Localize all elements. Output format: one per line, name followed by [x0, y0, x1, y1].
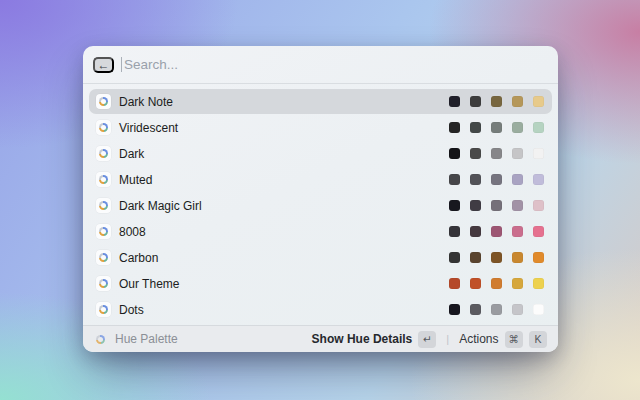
primary-action-label: Show Hue Details — [312, 332, 413, 346]
list-item[interactable]: Dark Note — [89, 89, 552, 114]
palette-ring-icon — [96, 224, 111, 239]
palette-ring-icon — [96, 276, 111, 291]
color-swatches — [449, 252, 544, 263]
color-swatch — [470, 148, 481, 159]
color-swatches — [449, 304, 544, 315]
color-swatch — [491, 200, 502, 211]
theme-name: Dark Magic Girl — [119, 199, 202, 213]
color-swatches — [449, 148, 544, 159]
actions-button[interactable]: Actions ⌘ K — [456, 329, 550, 350]
list-item[interactable]: Our Theme — [89, 271, 552, 296]
extension-name: Hue Palette — [115, 332, 178, 346]
theme-name: Viridescent — [119, 121, 178, 135]
color-swatch — [470, 226, 481, 237]
color-swatch — [491, 122, 502, 133]
list-item[interactable]: Muted — [89, 167, 552, 192]
color-swatch — [512, 226, 523, 237]
search-bar: ← — [83, 46, 558, 84]
color-swatch — [491, 278, 502, 289]
status-bar: Hue Palette Show Hue Details ↵ | Actions… — [83, 325, 558, 352]
list-item[interactable]: Viridescent — [89, 115, 552, 140]
color-swatches — [449, 122, 544, 133]
back-button[interactable]: ← — [93, 57, 114, 73]
color-swatch — [533, 200, 544, 211]
color-swatch — [533, 304, 544, 315]
color-swatch — [491, 96, 502, 107]
color-swatch — [449, 96, 460, 107]
show-hue-details-button[interactable]: Show Hue Details ↵ — [309, 329, 440, 350]
color-swatches — [449, 226, 544, 237]
palette-ring-icon — [96, 250, 111, 265]
command-key-icon: ⌘ — [505, 331, 524, 348]
color-swatch — [449, 148, 460, 159]
color-swatch — [491, 148, 502, 159]
return-key-icon: ↵ — [418, 331, 436, 348]
palette-ring-icon — [96, 146, 111, 161]
list-item[interactable]: Dark Magic Girl — [89, 193, 552, 218]
color-swatch — [533, 122, 544, 133]
color-swatch — [470, 278, 481, 289]
footer-actions: Show Hue Details ↵ | Actions ⌘ K — [309, 329, 550, 350]
theme-name: Our Theme — [119, 277, 179, 291]
color-swatches — [449, 174, 544, 185]
theme-name: Carbon — [119, 251, 158, 265]
theme-list: Dark NoteViridescentDarkMutedDark Magic … — [83, 84, 558, 325]
color-swatch — [512, 148, 523, 159]
footer-divider: | — [446, 333, 449, 345]
color-swatch — [470, 174, 481, 185]
color-swatch — [470, 200, 481, 211]
color-swatches — [449, 278, 544, 289]
color-swatch — [512, 122, 523, 133]
color-swatch — [449, 200, 460, 211]
color-swatch — [533, 252, 544, 263]
color-swatch — [449, 174, 460, 185]
color-swatch — [449, 278, 460, 289]
theme-name: Muted — [119, 173, 152, 187]
color-swatch — [512, 96, 523, 107]
color-swatch — [491, 226, 502, 237]
palette-ring-icon — [96, 302, 111, 317]
color-swatch — [533, 96, 544, 107]
search-input[interactable] — [122, 57, 548, 72]
color-swatch — [512, 304, 523, 315]
command-palette-window: ← Dark NoteViridescentDarkMutedDark Magi… — [83, 46, 558, 352]
palette-ring-icon — [96, 198, 111, 213]
theme-name: Dots — [119, 303, 144, 317]
color-swatch — [512, 200, 523, 211]
list-item[interactable]: Dots — [89, 297, 552, 322]
color-swatch — [512, 252, 523, 263]
back-arrow-icon: ← — [98, 59, 110, 71]
k-key-icon: K — [529, 331, 547, 348]
color-swatch — [533, 226, 544, 237]
color-swatches — [449, 96, 544, 107]
color-swatch — [533, 174, 544, 185]
color-swatch — [470, 96, 481, 107]
list-item[interactable]: Carbon — [89, 245, 552, 270]
list-item[interactable]: Dark — [89, 141, 552, 166]
theme-name: 8008 — [119, 225, 146, 239]
actions-label: Actions — [459, 332, 498, 346]
color-swatches — [449, 200, 544, 211]
color-swatch — [512, 174, 523, 185]
color-swatch — [533, 278, 544, 289]
color-swatch — [470, 304, 481, 315]
color-swatch — [491, 174, 502, 185]
theme-name: Dark Note — [119, 95, 173, 109]
palette-ring-icon — [93, 332, 107, 346]
color-swatch — [470, 122, 481, 133]
theme-name: Dark — [119, 147, 144, 161]
palette-ring-icon — [96, 172, 111, 187]
color-swatch — [491, 252, 502, 263]
color-swatch — [449, 122, 460, 133]
color-swatch — [533, 148, 544, 159]
palette-ring-icon — [96, 94, 111, 109]
color-swatch — [449, 304, 460, 315]
color-swatch — [449, 226, 460, 237]
color-swatch — [449, 252, 460, 263]
color-swatch — [491, 304, 502, 315]
color-swatch — [470, 252, 481, 263]
list-item[interactable]: 8008 — [89, 219, 552, 244]
color-swatch — [512, 278, 523, 289]
palette-ring-icon — [96, 120, 111, 135]
